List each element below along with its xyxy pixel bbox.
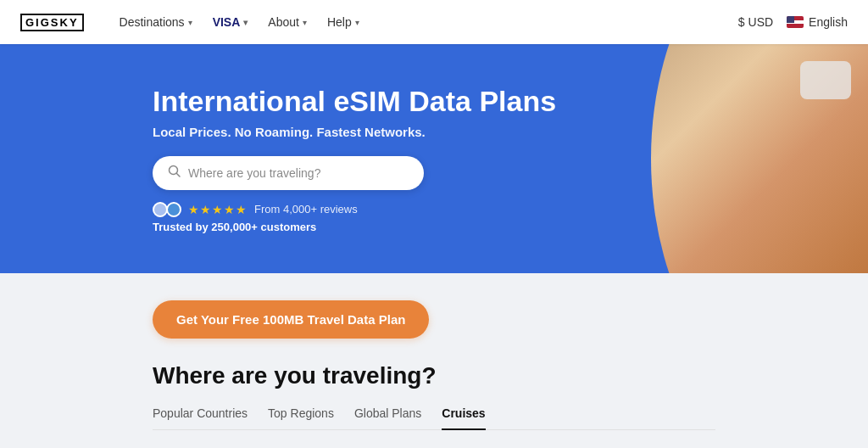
hero-subtitle: Local Prices. No Roaming. Fastest Networ… [153, 125, 556, 139]
chevron-down-icon: ▾ [188, 18, 192, 27]
star-rating: ★★★★★ [188, 203, 248, 216]
tab-top-regions[interactable]: Top Regions [268, 406, 334, 430]
hero-title: International eSIM Data Plans [153, 85, 556, 118]
search-placeholder: Where are you traveling? [188, 166, 320, 180]
review-count: From 4,000+ reviews [254, 203, 358, 216]
chevron-down-icon: ▾ [243, 18, 248, 27]
logo-box: GIGSKY [20, 14, 84, 31]
tab-global-plans[interactable]: Global Plans [354, 406, 421, 430]
nav-destinations[interactable]: Destinations ▾ [111, 10, 201, 34]
review-badges [153, 202, 181, 217]
review-badge-2 [166, 202, 181, 217]
us-flag-icon [787, 16, 804, 28]
free-plan-button[interactable]: Get Your Free 100MB Travel Data Plan [153, 300, 429, 339]
nav-about[interactable]: About ▾ [259, 10, 315, 34]
nav-right: $ USD English [738, 15, 848, 29]
logo-gig: GIG [25, 16, 51, 29]
nav-help[interactable]: Help ▾ [319, 10, 368, 34]
reviews-row: ★★★★★ From 4,000+ reviews [153, 202, 556, 217]
currency-selector[interactable]: $ USD [738, 15, 773, 29]
filter-tabs: Popular Countries Top Regions Global Pla… [153, 406, 715, 430]
section-title: Where are you traveling? [153, 362, 715, 389]
chevron-down-icon: ▾ [303, 18, 307, 27]
chevron-down-icon: ▾ [355, 18, 359, 27]
hero-section: International eSIM Data Plans Local Pric… [0, 44, 868, 273]
hero-person-image [631, 44, 868, 273]
logo[interactable]: GIGSKY [20, 14, 87, 31]
search-icon [168, 165, 181, 182]
main-content: Get Your Free 100MB Travel Data Plan Whe… [0, 273, 868, 448]
destination-search[interactable]: Where are you traveling? [153, 156, 424, 190]
tab-cruises[interactable]: Cruises [442, 406, 485, 430]
trusted-text: Trusted by 250,000+ customers [153, 221, 556, 233]
language-selector[interactable]: English [787, 15, 848, 29]
nav-visa[interactable]: VISA ▾ [204, 10, 257, 34]
nav-links: Destinations ▾ VISA ▾ About ▾ Help ▾ [111, 10, 738, 34]
tab-popular-countries[interactable]: Popular Countries [153, 406, 248, 430]
hero-content: International eSIM Data Plans Local Pric… [153, 85, 556, 233]
navigation: GIGSKY Destinations ▾ VISA ▾ About ▾ Hel… [0, 0, 868, 44]
svg-line-1 [177, 173, 181, 176]
logo-sky: SKY [51, 16, 79, 29]
